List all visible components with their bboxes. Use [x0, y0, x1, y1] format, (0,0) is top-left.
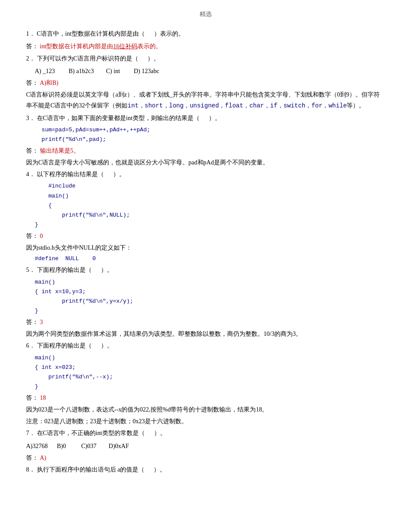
q3-code: sum=pad=5,pAd=sum++,pAd++,++pAd; printf(… [35, 125, 385, 144]
q1-number: 1． [26, 30, 35, 37]
q4-code: #include main() { printf("%d\n",NULL); } [35, 181, 385, 229]
q2-code-keywords2: for，while [311, 102, 347, 109]
q1-answer: 答： int型数据在计算机内部是由16位补码表示的。 [26, 41, 385, 52]
q5-explain: 因为两个同类型的数据作算术运算，其结果仍为该类型。即整数除以整数，商仍为整数。1… [26, 328, 385, 339]
q2-answer-text: A)和B) [40, 80, 59, 86]
q4-code-line3: { [35, 201, 385, 211]
q7-answer-text: A) [40, 455, 47, 461]
q5-code-line3: printf("%d\n",y=x/y); [35, 297, 385, 306]
q3-code-line1: sum=pad=5,pAd=sum++,pAd++,++pAd; [35, 125, 385, 135]
q3-answer-label: 答： [26, 147, 38, 154]
q2-answer: 答： A)和B) [26, 77, 385, 88]
q4-number: 4． [26, 171, 35, 177]
q7-option-a: A)32768 [26, 443, 55, 449]
q4-text: 以下程序的输出结果是（ ）。 [37, 171, 125, 177]
q6-answer-label: 答： [26, 395, 38, 401]
q1-answer-label: 答： [26, 43, 38, 50]
q4-answer-label: 答： [26, 233, 38, 239]
question-7: 7． 在C语言中，不正确的int类型的常数是（ ）。 [26, 428, 385, 438]
q2-text: 下列可以作为C语言用户标识符的是（ ）。 [37, 55, 160, 62]
question-1: 1． C语言中，int型数据在计算机内部是由（ ）表示的。 [26, 28, 385, 39]
q3-explain: 因为C语言是字母大小写敏感的，也就是说区分大小写字母。pad和pAd是两个不同的… [26, 157, 385, 168]
question-6: 6． 下面程序的输出是（ ）。 [26, 340, 385, 351]
q3-answer: 答： 输出结果是5。 [26, 145, 385, 156]
q6-number: 6． [26, 342, 35, 349]
q3-number: 3． [26, 115, 35, 121]
q6-answer-text: 18 [40, 395, 46, 401]
q6-code-line3: printf("%d\n",--x); [35, 372, 385, 382]
q4-define-line: #define NULL 0 [35, 254, 385, 264]
q4-answer: 答： 0 [26, 231, 385, 241]
q7-option-c: C)037 [81, 443, 107, 449]
q3-answer-text: 输出结果是5。 [40, 147, 80, 154]
q2-option-d: D) 123abc [134, 68, 160, 74]
q5-answer-text: 3 [40, 319, 43, 325]
q2-answer-label: 答： [26, 80, 38, 86]
page-header: 精选 [26, 9, 385, 20]
q5-number: 5． [26, 267, 35, 273]
q2-options: A) _123 B) a1b2c3 C) int D) 123abc [35, 66, 385, 77]
header-title: 精选 [200, 11, 212, 17]
q5-code: main() { int x=10,y=3; printf("%d\n",y=x… [35, 278, 385, 316]
q2-code-switch: switch， [284, 102, 311, 109]
q3-text: 在C语言中，如果下面的变量都是int类型，则输出的结果是（ ）。 [37, 115, 221, 121]
q5-answer-label: 答： [26, 319, 38, 325]
q7-number: 7． [26, 430, 35, 436]
question-5: 5． 下面程序的输出是（ ）。 [26, 264, 385, 275]
q7-option-b: B)0 [57, 443, 80, 449]
q4-code-line1: #include [35, 181, 385, 191]
q5-answer: 答： 3 [26, 317, 385, 328]
q6-code-line2: { int x=023; [35, 363, 385, 372]
q4-code-line2: main() [35, 191, 385, 201]
q1-text: C语言中，int型数据在计算机内部是由（ ）表示的。 [37, 30, 184, 37]
q7-answer-label: 答： [26, 455, 38, 461]
q5-code-line2: { int x=10,y=3; [35, 287, 385, 297]
q2-option-c: C) int [106, 68, 132, 74]
q2-option-b: B) a1b2c3 [69, 68, 104, 74]
q5-code-line4: } [35, 306, 385, 316]
q2-code-keywords: int，short，long，unsigned，float，char，if， [127, 102, 283, 109]
q5-text: 下面程序的输出是（ ）。 [37, 267, 113, 273]
q7-text: 在C语言中，不正确的int类型的常数是（ ）。 [37, 430, 166, 436]
q8-text: 执行下面程序中的输出语句后 a的值是（ ）。 [37, 466, 166, 473]
q6-code-line4: } [35, 382, 385, 391]
q6-answer: 答： 18 [26, 392, 385, 403]
q2-option-a: A) _123 [35, 68, 67, 74]
q7-options: A)32768 B)0 C)037 D)0xAF [26, 441, 385, 452]
q8-number: 8． [26, 466, 35, 473]
q4-code-line5: } [35, 220, 385, 230]
q7-answer: 答： A) [26, 452, 385, 463]
question-2: 2． 下列可以作为C语言用户标识符的是（ ）。 [26, 53, 385, 64]
q6-code-line1: main() [35, 353, 385, 363]
q2-number: 2． [26, 55, 35, 62]
page-content: 精选 1． C语言中，int型数据在计算机内部是由（ ）表示的。 答： int型… [26, 9, 385, 475]
q6-note: 注意：023是八进制数；23是十进制数；0x23是十六进制数。 [26, 416, 385, 427]
q7-option-d: D)0xAF [109, 443, 129, 449]
q2-explain: C语言标识符必须是以英文字母（a到z）、或者下划线_开头的字符串。字符串中只能包… [26, 89, 385, 111]
question-8: 8． 执行下面程序中的输出语句后 a的值是（ ）。 [26, 464, 385, 475]
question-3: 3． 在C语言中，如果下面的变量都是int类型，则输出的结果是（ ）。 [26, 113, 385, 124]
q4-explain1: 因为stdio.h头文件中NULL的定义如下： [26, 242, 385, 253]
question-4: 4． 以下程序的输出结果是（ ）。 [26, 169, 385, 180]
q6-code: main() { int x=023; printf("%d\n",--x); … [35, 353, 385, 391]
q6-text: 下面程序的输出是（ ）。 [37, 342, 113, 349]
q4-answer-text: 0 [40, 233, 43, 239]
q4-define: #define NULL 0 [35, 254, 385, 264]
q4-code-line4: printf("%d\n",NULL); [35, 211, 385, 220]
q3-code-line2: printf("%d\n",pad); [35, 135, 385, 144]
q6-explain: 因为023是一个八进制数，表达式--x的值为022,按照%d带符号的十进制数输出… [26, 404, 385, 415]
q1-answer-text: int型数据在计算机内部是由16位补码表示的。 [40, 43, 162, 50]
q5-code-line1: main() [35, 278, 385, 287]
